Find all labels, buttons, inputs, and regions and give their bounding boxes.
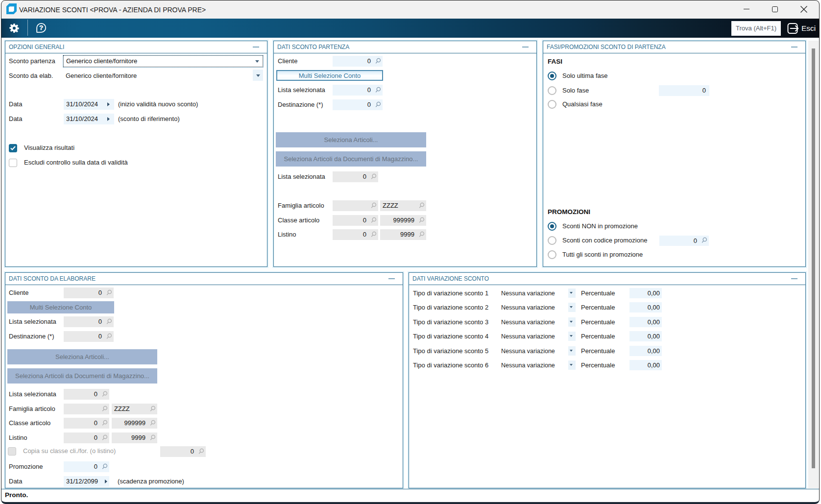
svg-text:?: ? <box>39 24 43 31</box>
